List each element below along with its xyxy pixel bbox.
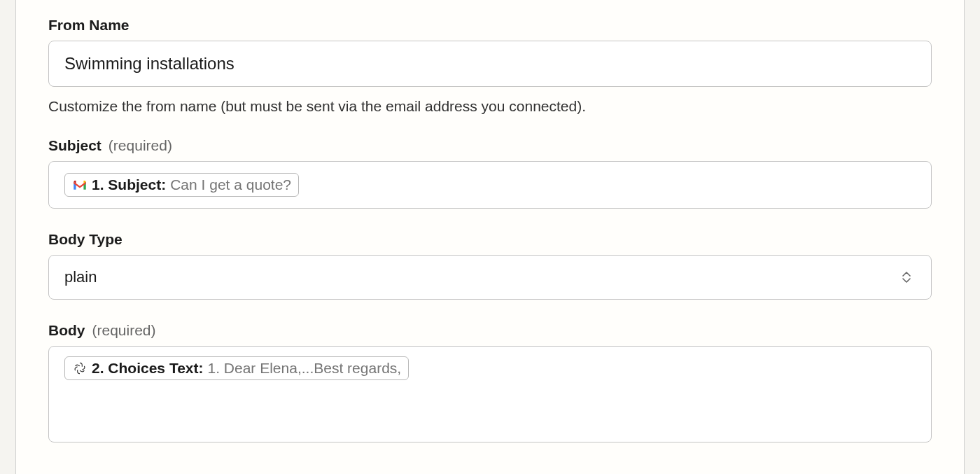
body-token-chip[interactable]: 2. Choices Text: 1. Dear Elena,...Best r… xyxy=(64,356,409,380)
form-panel: From Name Customize the from name (but m… xyxy=(15,0,965,474)
body-chip-value: 1. Dear Elena,...Best regards, xyxy=(208,360,402,377)
from-name-input[interactable] xyxy=(48,41,932,87)
body-input[interactable]: 2. Choices Text: 1. Dear Elena,...Best r… xyxy=(48,346,932,442)
subject-chip-value: Can I get a quote? xyxy=(170,176,291,193)
body-type-select[interactable]: plain xyxy=(48,255,932,300)
subject-required-hint: (required) xyxy=(108,137,172,154)
body-label: Body xyxy=(48,322,85,339)
field-body: Body (required) xyxy=(48,322,932,442)
subject-chip-label: 1. Subject: xyxy=(92,176,166,193)
body-type-select-wrap: plain xyxy=(48,255,932,300)
from-name-label: From Name xyxy=(48,17,130,34)
subject-label: Subject xyxy=(48,137,102,154)
field-label-row: Subject (required) xyxy=(48,137,932,154)
body-type-value: plain xyxy=(64,268,97,286)
openai-icon xyxy=(72,361,88,376)
field-body-type: Body Type plain xyxy=(48,231,932,300)
body-required-hint: (required) xyxy=(92,322,156,339)
body-type-label: Body Type xyxy=(48,231,122,248)
subject-token-chip[interactable]: 1. Subject: Can I get a quote? xyxy=(64,173,299,197)
field-label-row: Body Type xyxy=(48,231,932,248)
body-chip-label: 2. Choices Text: xyxy=(92,360,204,377)
field-from-name: From Name Customize the from name (but m… xyxy=(48,17,932,115)
form-container: From Name Customize the from name (but m… xyxy=(16,0,964,442)
gmail-icon xyxy=(72,177,88,193)
subject-input[interactable]: 1. Subject: Can I get a quote? xyxy=(48,161,932,209)
from-name-help: Customize the from name (but must be sen… xyxy=(48,98,932,115)
field-label-row: From Name xyxy=(48,17,932,34)
field-label-row: Body (required) xyxy=(48,322,932,339)
field-subject: Subject (required) xyxy=(48,137,932,209)
